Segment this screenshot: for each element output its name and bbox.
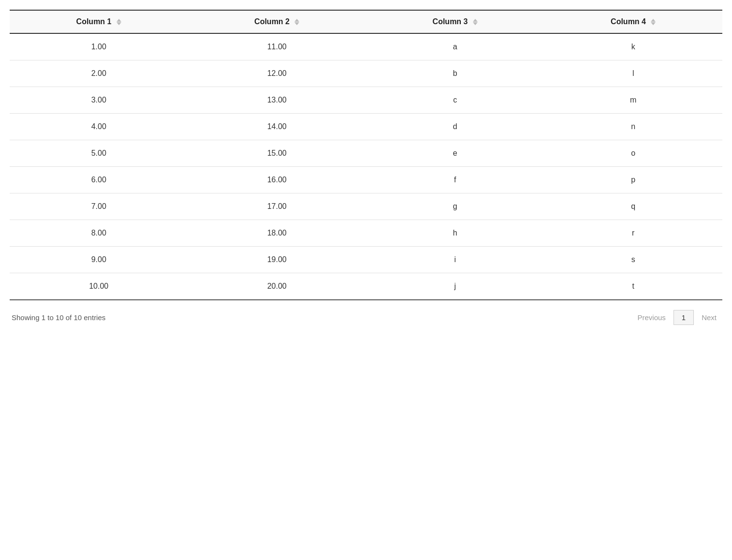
- column-1-sort-icon: [117, 19, 121, 25]
- row-9-col-2: 19.00: [188, 247, 366, 273]
- row-6-col-4: p: [544, 167, 723, 193]
- row-6-col-3: f: [366, 167, 544, 193]
- row-9-col-3: i: [366, 247, 544, 273]
- row-3-col-1: 3.00: [10, 87, 188, 114]
- table-body: 1.0011.00ak2.0012.00bl3.0013.00cm4.0014.…: [10, 33, 722, 300]
- column-2-label: Column 2: [254, 17, 290, 26]
- sort-down-icon: [294, 22, 299, 25]
- row-5-col-1: 5.00: [10, 140, 188, 167]
- data-table: Column 1 Column 2 Column 3: [10, 10, 722, 300]
- row-9-col-1: 9.00: [10, 247, 188, 273]
- table-row: 2.0012.00bl: [10, 60, 722, 87]
- row-5-col-2: 15.00: [188, 140, 366, 167]
- row-5-col-3: e: [366, 140, 544, 167]
- row-4-col-4: n: [544, 114, 723, 140]
- row-8-col-1: 8.00: [10, 220, 188, 247]
- table-row: 1.0011.00ak: [10, 33, 722, 60]
- row-7-col-4: q: [544, 193, 723, 220]
- row-6-col-2: 16.00: [188, 167, 366, 193]
- column-2-header[interactable]: Column 2: [188, 10, 366, 33]
- row-1-col-2: 11.00: [188, 33, 366, 60]
- sort-down-icon: [473, 22, 478, 25]
- sort-up-icon: [651, 19, 656, 22]
- row-2-col-2: 12.00: [188, 60, 366, 87]
- row-2-col-4: l: [544, 60, 723, 87]
- row-6-col-1: 6.00: [10, 167, 188, 193]
- row-1-col-3: a: [366, 33, 544, 60]
- row-2-col-3: b: [366, 60, 544, 87]
- row-7-col-1: 7.00: [10, 193, 188, 220]
- row-8-col-4: r: [544, 220, 723, 247]
- column-1-header[interactable]: Column 1: [10, 10, 188, 33]
- row-3-col-4: m: [544, 87, 723, 114]
- row-3-col-3: c: [366, 87, 544, 114]
- row-7-col-3: g: [366, 193, 544, 220]
- column-4-sort-icon: [651, 19, 656, 25]
- row-10-col-4: t: [544, 273, 723, 300]
- table-row: 8.0018.00hr: [10, 220, 722, 247]
- table-row: 4.0014.00dn: [10, 114, 722, 140]
- column-3-header[interactable]: Column 3: [366, 10, 544, 33]
- row-8-col-3: h: [366, 220, 544, 247]
- row-4-col-3: d: [366, 114, 544, 140]
- row-2-col-1: 2.00: [10, 60, 188, 87]
- row-10-col-1: 10.00: [10, 273, 188, 300]
- row-9-col-4: s: [544, 247, 723, 273]
- current-page[interactable]: 1: [673, 310, 694, 325]
- table-row: 7.0017.00gq: [10, 193, 722, 220]
- next-button[interactable]: Next: [698, 311, 720, 324]
- column-4-label: Column 4: [611, 17, 646, 26]
- row-10-col-2: 20.00: [188, 273, 366, 300]
- table-row: 6.0016.00fp: [10, 167, 722, 193]
- table-row: 5.0015.00eo: [10, 140, 722, 167]
- row-7-col-2: 17.00: [188, 193, 366, 220]
- row-3-col-2: 13.00: [188, 87, 366, 114]
- table-row: 10.0020.00jt: [10, 273, 722, 300]
- sort-up-icon: [473, 19, 478, 22]
- sort-down-icon: [117, 22, 121, 25]
- row-8-col-2: 18.00: [188, 220, 366, 247]
- pagination: Previous 1 Next: [633, 310, 720, 325]
- table-container: Column 1 Column 2 Column 3: [10, 10, 722, 330]
- row-4-col-2: 14.00: [188, 114, 366, 140]
- row-1-col-1: 1.00: [10, 33, 188, 60]
- row-10-col-3: j: [366, 273, 544, 300]
- row-4-col-1: 4.00: [10, 114, 188, 140]
- column-3-sort-icon: [473, 19, 478, 25]
- sort-up-icon: [117, 19, 121, 22]
- column-4-header[interactable]: Column 4: [544, 10, 723, 33]
- previous-button[interactable]: Previous: [633, 311, 669, 324]
- row-1-col-4: k: [544, 33, 723, 60]
- table-row: 3.0013.00cm: [10, 87, 722, 114]
- column-1-label: Column 1: [76, 17, 112, 26]
- column-3-label: Column 3: [433, 17, 468, 26]
- table-row: 9.0019.00is: [10, 247, 722, 273]
- table-header-row: Column 1 Column 2 Column 3: [10, 10, 722, 33]
- row-5-col-4: o: [544, 140, 723, 167]
- sort-down-icon: [651, 22, 656, 25]
- sort-up-icon: [294, 19, 299, 22]
- column-2-sort-icon: [294, 19, 299, 25]
- entries-info: Showing 1 to 10 of 10 entries: [12, 313, 105, 322]
- table-footer: Showing 1 to 10 of 10 entries Previous 1…: [10, 300, 722, 330]
